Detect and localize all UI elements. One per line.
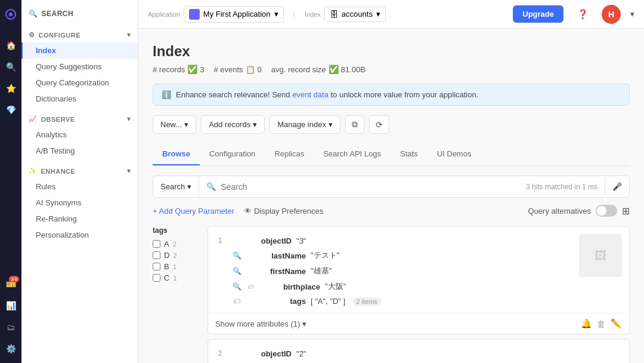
records-label: # records	[153, 65, 185, 74]
sidebar-item-query-suggestions[interactable]: Query Suggestions	[21, 59, 138, 75]
tab-browse[interactable]: Browse	[153, 143, 200, 165]
diamond-icon[interactable]: 💎	[1, 100, 20, 119]
search-nav-icon[interactable]: 🔍	[1, 57, 20, 76]
record-image-1: 🖼	[579, 234, 622, 277]
sidebar-item-re-ranking[interactable]: Re-Ranking	[21, 211, 138, 227]
mic-button[interactable]: 🎤	[605, 177, 629, 196]
sidebar-item-index[interactable]: Index	[21, 42, 138, 59]
tab-stats[interactable]: Stats	[391, 143, 428, 165]
upgrade-button[interactable]: Upgrade	[513, 5, 564, 23]
eye-icon: 👁	[244, 207, 252, 216]
query-alternatives-toggle[interactable]	[596, 205, 617, 217]
events-count: 0	[258, 65, 262, 74]
index-chevron-icon: ▾	[376, 10, 380, 19]
observe-section-title[interactable]: 📈 OBSERVE ▾	[21, 112, 138, 127]
field-tags-value: [ "A", "D" ]	[311, 297, 345, 306]
user-avatar[interactable]: H	[602, 5, 621, 24]
show-more-button-1[interactable]: Show more attributes (1) ▾	[215, 319, 306, 328]
tag-checkbox-a[interactable]	[153, 240, 160, 248]
copy-button[interactable]: ⧉	[345, 115, 364, 134]
search-field-icon-1: 🔍	[232, 251, 242, 260]
tab-replicas[interactable]: Replicas	[265, 143, 314, 165]
search-results-info: 3 hits matched in 1 ms	[526, 183, 597, 191]
grid-view-icon[interactable]: ⊞	[622, 205, 630, 217]
sidebar-item-personalization[interactable]: Personalization	[21, 227, 138, 243]
records-meta: # records ✅ 3	[153, 64, 204, 74]
field-objectid-2: objectID "2"	[232, 347, 622, 361]
tab-search-api-logs[interactable]: Search API Logs	[314, 143, 391, 165]
search-area: Search ▾ 🔍 3 hits matched in 1 ms 🎤	[153, 176, 630, 198]
event-data-link[interactable]: event data	[292, 90, 329, 99]
tags-panel: tags A 2 D 2 B 1 C	[153, 226, 200, 363]
observe-section: 📈 OBSERVE ▾ Analytics A/B Testing	[21, 112, 138, 159]
tag-checkbox-d[interactable]	[153, 251, 160, 259]
tag-item-c: C 1	[153, 273, 200, 282]
sidebar-item-ab-testing[interactable]: A/B Testing	[21, 143, 138, 159]
sidebar: 🔍 SEARCH ⚙ CONFIGURE ▾ Index Query Sugge…	[21, 0, 138, 363]
delete-button-1[interactable]: 🗑	[597, 318, 606, 329]
search-type-selector[interactable]: Search ▾	[153, 176, 199, 197]
tag-count-d: 2	[173, 252, 177, 259]
application-label: Application	[148, 11, 180, 18]
tag-checkbox-b[interactable]	[153, 263, 160, 270]
record-card-2: 2 objectID "2"	[208, 339, 630, 363]
search-input[interactable]	[221, 182, 521, 192]
record-actions-1: 🔔 🗑 ✏️	[581, 318, 622, 329]
logo-icon[interactable]	[1, 5, 20, 24]
user-chevron-icon[interactable]: ▾	[630, 10, 634, 19]
manage-index-button[interactable]: Manage index ▾	[270, 115, 340, 134]
field-firstname-1: 🔍 firstName "雄基"	[232, 263, 565, 279]
page-title: Index	[153, 43, 630, 60]
tag-checkbox-c[interactable]	[153, 274, 160, 282]
badge-icon[interactable]: 🎫 3/8	[1, 275, 20, 294]
field-birthplace-1: 🔍 🏷 birthplace "大阪"	[232, 279, 565, 294]
refresh-button[interactable]: ⟳	[369, 115, 389, 134]
search-type-chevron-icon: ▾	[187, 182, 191, 191]
application-select-button[interactable]: My First Application ▾	[184, 6, 284, 23]
field-objectid-1: objectID "3"	[232, 234, 565, 248]
record-header-2: 2 objectID "2"	[208, 340, 629, 363]
configure-chevron-icon: ▾	[127, 31, 131, 39]
record-body-1: objectID "3" 🔍 lastName "テスト" 🔍 firstNam…	[232, 227, 572, 308]
tag-field-icon-1: 🏷	[246, 284, 256, 290]
sidebar-item-query-categorization[interactable]: Query Categorization	[21, 75, 138, 91]
settings-icon[interactable]: ⚙️	[1, 339, 20, 358]
records-panel: 1 objectID "3" 🔍 lastName "テスト"	[208, 226, 630, 363]
search-row: Search ▾ 🔍 3 hits matched in 1 ms 🎤	[153, 176, 629, 197]
sidebar-item-ai-synonyms[interactable]: AI Synonyms	[21, 195, 138, 211]
search-icon: 🔍	[206, 182, 216, 191]
tag-label-a: A	[164, 239, 169, 248]
field-birthplace-value: "大阪"	[325, 281, 346, 292]
home-icon[interactable]: 🏠	[1, 36, 20, 55]
search-input-wrap: 🔍 3 hits matched in 1 ms	[199, 182, 605, 192]
tag-item-a: A 2	[153, 239, 200, 248]
record-body-2: objectID "2"	[232, 340, 629, 361]
new-button[interactable]: New... ▾	[153, 115, 196, 134]
add-query-param-button[interactable]: + Add Query Parameter	[153, 207, 234, 216]
index-select-button[interactable]: 🗄 accounts ▾	[324, 7, 386, 22]
image-placeholder-icon: 🖼	[595, 249, 606, 263]
chart-icon[interactable]: 📊	[1, 296, 20, 315]
tab-configuration[interactable]: Configuration	[200, 143, 265, 165]
sidebar-item-dictionaries[interactable]: Dictionaries	[21, 91, 138, 107]
tag-count-c: 1	[173, 275, 177, 282]
sidebar-item-rules[interactable]: Rules	[21, 179, 138, 195]
star-icon[interactable]: ⭐	[1, 79, 20, 98]
display-preferences-button[interactable]: 👁 Display Preferences	[244, 207, 323, 216]
configure-icon: ⚙	[29, 31, 35, 39]
observe-chevron-icon: ▾	[127, 115, 131, 123]
help-icon-button[interactable]: ❓	[573, 5, 592, 24]
enhance-section-title[interactable]: ✨ ENHANCE ▾	[21, 164, 138, 179]
configure-section-title[interactable]: ⚙ CONFIGURE ▾	[21, 27, 138, 42]
avg-size-value: 81.00B	[341, 65, 366, 74]
manage-index-chevron-icon: ▾	[329, 120, 333, 129]
stack-icon[interactable]: 🗂	[1, 318, 20, 337]
sidebar-item-analytics[interactable]: Analytics	[21, 127, 138, 143]
watch-button-1[interactable]: 🔔	[581, 318, 592, 329]
svg-point-1	[9, 13, 13, 16]
add-records-button[interactable]: Add records ▾	[201, 115, 265, 134]
enhance-section: ✨ ENHANCE ▾ Rules AI Synonyms Re-Ranking…	[21, 164, 138, 243]
edit-button-1[interactable]: ✏️	[611, 318, 622, 329]
tab-ui-demos[interactable]: UI Demos	[428, 143, 481, 165]
avg-size-label: avg. record size	[271, 65, 326, 74]
